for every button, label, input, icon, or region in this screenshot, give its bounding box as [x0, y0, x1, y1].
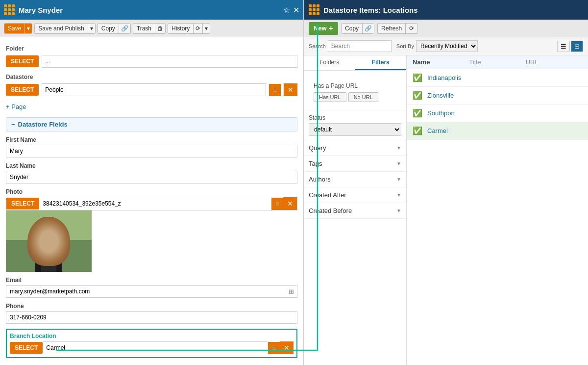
photo-preview	[6, 210, 92, 272]
left-panel-title: Mary Snyder	[19, 6, 280, 14]
history-group: History ⟳ ▾	[168, 23, 210, 34]
plus-icon: +	[329, 24, 333, 33]
folder-label: Folder	[6, 45, 297, 52]
branch-select-button[interactable]: SELECT	[10, 342, 43, 354]
has-page-url-label: Has a Page URL	[309, 78, 401, 89]
datastore-menu-button[interactable]: ≡	[269, 84, 281, 96]
svg-point-6	[38, 223, 59, 249]
result-name-3[interactable]: Carmel	[427, 127, 582, 134]
no-url-button[interactable]: No URL	[348, 92, 378, 102]
photo-row: SELECT 38423140534_392e35e554_z ≡ ✕	[6, 197, 297, 272]
result-name-2[interactable]: Southport	[427, 109, 582, 117]
list-view-button[interactable]: ☰	[557, 41, 570, 52]
email-input[interactable]	[6, 286, 286, 297]
datastore-select-button[interactable]: SELECT	[6, 84, 39, 96]
query-header[interactable]: Query ▼	[304, 140, 406, 156]
photo-clear-button[interactable]: ✕	[283, 197, 297, 210]
photo-select-button[interactable]: SELECT	[6, 198, 39, 209]
search-label: Search	[309, 43, 326, 49]
created-before-section: Created Before ▼	[304, 203, 406, 219]
authors-header[interactable]: Authors ▼	[304, 172, 406, 187]
left-toolbar: Save ▾ Save and Publish ▾ Copy 🔗 Trash 🗑…	[0, 20, 303, 37]
status-select[interactable]: default published draft	[309, 123, 401, 136]
created-after-header[interactable]: Created After ▼	[304, 187, 406, 203]
sort-by-select[interactable]: Recently Modified Name Created Date	[416, 40, 478, 52]
branch-location-label: Branch Location	[10, 333, 294, 339]
svg-point-3	[34, 217, 63, 238]
copy-button[interactable]: Copy	[98, 24, 119, 33]
photo-group: Photo SELECT 38423140534_392e35e554_z ≡ …	[6, 188, 297, 272]
folder-select-button[interactable]: SELECT	[6, 55, 39, 67]
close-button[interactable]: ✕	[293, 5, 299, 15]
col-url-header: URL	[526, 58, 582, 66]
tab-filters[interactable]: Filters	[355, 55, 407, 70]
star-button[interactable]: ☆	[283, 5, 290, 15]
svg-point-7	[43, 234, 46, 237]
created-before-arrow: ▼	[396, 208, 401, 213]
add-page-button[interactable]: + Page	[6, 103, 297, 110]
datastore-input[interactable]	[42, 83, 266, 96]
last-name-group: Last Name	[6, 162, 297, 183]
created-before-label: Created Before	[309, 207, 352, 214]
status-section: Status default published draft	[304, 110, 406, 140]
folder-input[interactable]	[42, 55, 297, 68]
refresh-icon[interactable]: ⟳	[406, 24, 417, 33]
refresh-group: Refresh ⟳	[377, 23, 418, 34]
email-label: Email	[6, 277, 297, 284]
app-grid-icon	[4, 4, 15, 15]
save-publish-dropdown[interactable]: ▾	[88, 24, 95, 33]
history-more[interactable]: ▾	[203, 24, 210, 33]
result-item-2: ✅ Southport	[407, 104, 588, 122]
save-publish-button[interactable]: Save and Publish	[35, 24, 88, 33]
created-before-header[interactable]: Created Before ▼	[304, 203, 406, 218]
tab-folders[interactable]: Folders	[304, 55, 355, 70]
svg-rect-10	[41, 255, 56, 272]
created-after-section: Created After ▼	[304, 187, 406, 203]
datastore-clear-button[interactable]: ✕	[284, 83, 297, 96]
trash-dropdown[interactable]: 🗑	[155, 24, 165, 33]
refresh-button[interactable]: Refresh	[378, 24, 406, 33]
new-button[interactable]: New +	[309, 22, 338, 35]
right-grid-icon	[309, 4, 319, 15]
grid-view-button[interactable]: ⊞	[571, 41, 583, 52]
trash-button[interactable]: Trash	[133, 24, 155, 33]
phone-input[interactable]	[6, 311, 297, 324]
history-dropdown[interactable]: ⟳	[194, 24, 203, 33]
col-name-header: Name	[413, 58, 469, 66]
results-list: ✅ Indianapolis ✅ Zionsville ✅ Southport …	[407, 69, 588, 365]
right-copy-button[interactable]: Copy	[342, 24, 363, 33]
photo-menu-button[interactable]: ≡	[271, 198, 283, 210]
last-name-input[interactable]	[6, 171, 297, 183]
result-name-0[interactable]: Indianapolis	[427, 74, 582, 81]
save-button[interactable]: Save	[4, 24, 25, 33]
history-button[interactable]: History	[168, 24, 194, 33]
right-copy-icon[interactable]: 🔗	[363, 24, 374, 33]
result-name-1[interactable]: Zionsville	[427, 92, 582, 99]
collapse-icon[interactable]: −	[11, 121, 15, 128]
has-url-button[interactable]: Has URL	[314, 92, 346, 102]
email-group: Email ⊞	[6, 277, 297, 298]
query-label: Query	[309, 144, 326, 152]
right-copy-group: Copy 🔗	[341, 23, 374, 34]
search-section: Search	[309, 40, 392, 52]
right-header: Datastore Items: Locations	[304, 0, 588, 20]
save-dropdown[interactable]: ▾	[25, 24, 32, 33]
first-name-group: First Name	[6, 136, 297, 157]
new-label: New	[314, 25, 327, 32]
sort-by-label: Sort By	[396, 43, 414, 49]
created-after-label: Created After	[309, 191, 346, 199]
trash-group: Trash 🗑	[133, 23, 166, 34]
branch-clear-button[interactable]: ✕	[280, 341, 294, 354]
tags-header[interactable]: Tags ▼	[304, 156, 406, 171]
branch-location-input[interactable]	[43, 341, 268, 354]
first-name-input[interactable]	[6, 145, 297, 157]
result-check-0: ✅	[413, 73, 422, 82]
branch-location-row: SELECT ≡ ✕	[10, 341, 294, 354]
left-header: Mary Snyder ☆ ✕	[0, 0, 303, 20]
branch-menu-button[interactable]: ≡	[268, 342, 280, 354]
phone-group: Phone	[6, 303, 297, 324]
copy-dropdown[interactable]: 🔗	[119, 24, 130, 33]
svg-point-8	[51, 234, 54, 237]
search-input[interactable]	[328, 40, 392, 52]
datastore-label: Datastore	[6, 74, 297, 80]
